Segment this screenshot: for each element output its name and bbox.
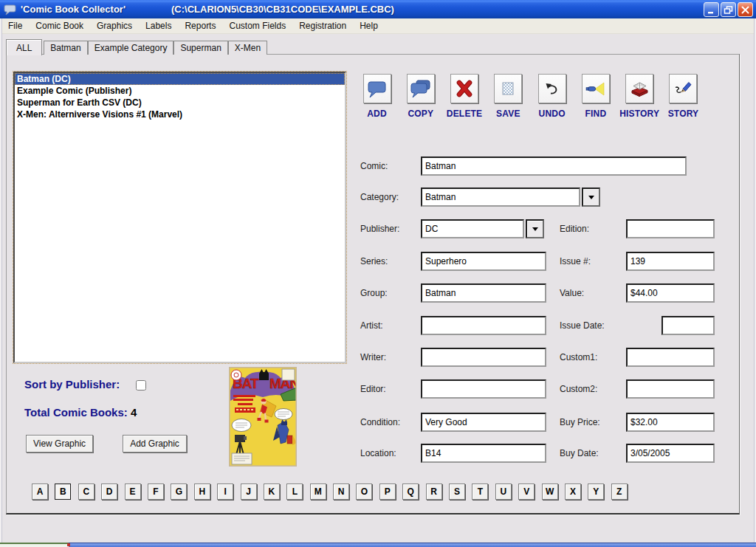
alphabet-button-g[interactable]: G <box>171 484 187 500</box>
alphabet-button-j[interactable]: J <box>241 484 257 500</box>
alphabet-button-e[interactable]: E <box>125 484 141 500</box>
menu-item-labels[interactable]: Labels <box>139 19 178 32</box>
alphabet-button-i[interactable]: I <box>217 484 233 500</box>
alphabet-button-d[interactable]: D <box>101 484 117 500</box>
checkered-square-icon <box>499 80 517 97</box>
alphabet-button-a[interactable]: A <box>32 484 48 500</box>
delete-button[interactable] <box>450 74 478 103</box>
group-input[interactable] <box>421 283 546 303</box>
restore-icon <box>724 6 733 14</box>
list-item[interactable]: X-Men: Alterniverse Visions #1 (Marvel) <box>15 109 345 120</box>
window-left-edge <box>0 18 2 543</box>
series-label: Series: <box>360 256 388 266</box>
alphabet-button-z[interactable]: Z <box>611 484 628 500</box>
total-comic-books-count: 4 <box>131 406 137 419</box>
location-input[interactable] <box>421 444 546 463</box>
alphabet-button-b[interactable]: B <box>55 484 71 500</box>
custom2-input[interactable] <box>626 379 715 399</box>
menu-item-file[interactable]: File <box>1 19 29 32</box>
alphabet-button-y[interactable]: Y <box>588 484 604 500</box>
alphabet-button-v[interactable]: V <box>518 484 535 500</box>
alphabet-button-r[interactable]: R <box>426 484 442 500</box>
publisher-label: Publisher: <box>360 224 399 234</box>
category-dropdown-button[interactable] <box>582 188 600 207</box>
alphabet-button-n[interactable]: N <box>333 484 349 500</box>
alphabet-button-s[interactable]: S <box>449 484 465 500</box>
issue-date-input[interactable] <box>662 316 715 335</box>
view-graphic-button[interactable]: View Graphic <box>26 435 93 453</box>
issue-number-input[interactable] <box>626 252 715 271</box>
chevron-down-icon <box>532 227 538 234</box>
publisher-input[interactable] <box>421 219 524 238</box>
alphabet-button-h[interactable]: H <box>194 484 210 500</box>
writer-input[interactable] <box>421 348 546 367</box>
alphabet-button-c[interactable]: C <box>78 484 94 500</box>
alphabet-button-k[interactable]: K <box>264 484 280 500</box>
editor-input[interactable] <box>421 379 546 399</box>
history-button[interactable] <box>625 74 653 103</box>
custom1-input[interactable] <box>626 348 715 367</box>
artist-input[interactable] <box>421 316 546 335</box>
alphabet-button-f[interactable]: F <box>148 484 164 500</box>
tab-batman[interactable]: Batman <box>44 41 87 55</box>
list-item[interactable]: Batman (DC) <box>15 73 345 85</box>
restore-button[interactable] <box>721 2 736 17</box>
toolbar: ADD COPY DELETE <box>356 74 704 119</box>
alphabet-button-p[interactable]: P <box>379 484 396 500</box>
value-input[interactable] <box>626 283 715 303</box>
list-item[interactable]: Superman for Earth CSV (DC) <box>15 97 345 109</box>
menu-item-registration[interactable]: Registration <box>292 19 353 32</box>
tab-example-category[interactable]: Example Category <box>88 41 174 55</box>
alphabet-button-q[interactable]: Q <box>402 484 419 500</box>
alphabet-button-x[interactable]: X <box>565 484 581 500</box>
alphabet-bar: ABCDEFGHIJKLMNOPQRSTUVWXYZ <box>32 484 628 500</box>
menu-item-custom-fields[interactable]: Custom Fields <box>222 19 292 32</box>
story-button[interactable] <box>669 74 697 103</box>
alphabet-button-u[interactable]: U <box>495 484 512 500</box>
alphabet-button-l[interactable]: L <box>286 484 303 500</box>
tab-all[interactable]: ALL <box>6 39 42 55</box>
undo-button[interactable] <box>538 74 566 103</box>
issue-number-label: Issue #: <box>560 256 591 266</box>
story-label: STORY <box>662 109 704 119</box>
tab-superman[interactable]: Superman <box>173 41 227 55</box>
copy-button[interactable] <box>407 74 435 103</box>
publisher-dropdown-button[interactable] <box>526 219 544 238</box>
menu-item-reports[interactable]: Reports <box>178 19 222 32</box>
comic-input[interactable] <box>421 156 687 176</box>
double-speech-bubble-icon <box>410 79 431 98</box>
menu-item-graphics[interactable]: Graphics <box>90 19 139 32</box>
close-icon <box>740 6 750 14</box>
condition-input[interactable] <box>421 413 546 432</box>
menu-item-comic-book[interactable]: Comic Book <box>29 19 90 32</box>
tab-x-men[interactable]: X-Men <box>228 41 267 55</box>
buy-price-label: Buy Price: <box>560 417 600 427</box>
alphabet-button-t[interactable]: T <box>472 484 488 500</box>
alphabet-button-o[interactable]: O <box>356 484 372 500</box>
buy-date-input[interactable] <box>626 444 715 463</box>
writer-label: Writer: <box>360 352 386 362</box>
comic-list[interactable]: Batman (DC)Example Comic (Publisher)Supe… <box>13 72 346 363</box>
series-input[interactable] <box>421 252 546 271</box>
total-comic-books-label: Total Comic Books: 4 <box>24 406 137 419</box>
condition-label: Condition: <box>360 417 400 427</box>
add-button[interactable] <box>363 74 391 103</box>
save-button[interactable] <box>494 74 522 103</box>
alphabet-button-m[interactable]: M <box>310 484 326 500</box>
close-button[interactable] <box>738 2 753 17</box>
category-input[interactable] <box>421 188 580 207</box>
app-window: 'Comic Book Collector' (C:\CLARION5\CB30… <box>0 0 756 547</box>
menu-item-help[interactable]: Help <box>353 19 385 32</box>
alphabet-button-w[interactable]: W <box>542 484 558 500</box>
sort-by-publisher-checkbox[interactable] <box>136 380 146 391</box>
minimize-button[interactable] <box>704 2 719 17</box>
add-graphic-button[interactable]: Add Graphic <box>123 435 187 453</box>
buy-price-input[interactable] <box>626 413 715 432</box>
pencil-icon <box>673 80 693 98</box>
find-label: FIND <box>574 109 616 119</box>
edition-input[interactable] <box>626 219 715 238</box>
find-button[interactable] <box>582 74 610 103</box>
list-item[interactable]: Example Comic (Publisher) <box>15 85 345 97</box>
artist-label: Artist: <box>360 320 383 331</box>
app-icon <box>4 4 17 16</box>
